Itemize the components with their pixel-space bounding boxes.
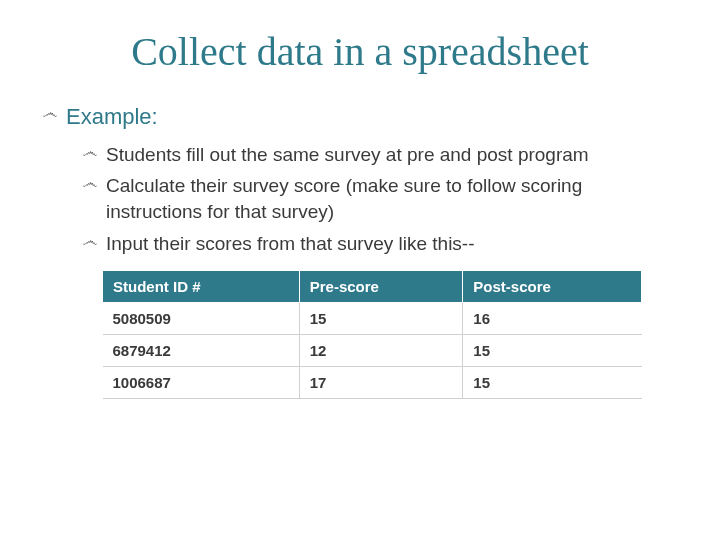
table-row: 6879412 12 15 — [103, 335, 642, 367]
table-header: Student ID # — [103, 271, 300, 303]
data-table: Student ID # Pre-score Post-score 508050… — [102, 270, 642, 399]
bullet-text: Calculate their survey score (make sure … — [106, 173, 680, 224]
table-cell: 17 — [299, 367, 463, 399]
table-header: Post-score — [463, 271, 642, 303]
slide-title: Collect data in a spreadsheet — [40, 28, 680, 75]
table-header-row: Student ID # Pre-score Post-score — [103, 271, 642, 303]
table-cell: 5080509 — [103, 303, 300, 335]
bullet-level2: ෴ Students fill out the same survey at p… — [40, 142, 680, 168]
table-header: Pre-score — [299, 271, 463, 303]
bullet-icon: ෴ — [42, 103, 62, 122]
bullet-text: Students fill out the same survey at pre… — [106, 142, 589, 168]
bullet-level1: ෴ Example: — [40, 103, 680, 132]
bullet-level2: ෴ Input their scores from that survey li… — [40, 231, 680, 257]
table-cell: 15 — [463, 335, 642, 367]
table-row: 5080509 15 16 — [103, 303, 642, 335]
slide: Collect data in a spreadsheet ෴ Example:… — [0, 0, 720, 540]
table-cell: 6879412 — [103, 335, 300, 367]
table-cell: 15 — [463, 367, 642, 399]
bullet-icon: ෴ — [82, 173, 102, 192]
bullet-text: Input their scores from that survey like… — [106, 231, 475, 257]
data-table-wrap: Student ID # Pre-score Post-score 508050… — [102, 270, 642, 399]
table-cell: 1006687 — [103, 367, 300, 399]
table-row: 1006687 17 15 — [103, 367, 642, 399]
table-cell: 15 — [299, 303, 463, 335]
bullet-text: Example: — [66, 103, 158, 132]
bullet-icon: ෴ — [82, 142, 102, 161]
table-cell: 16 — [463, 303, 642, 335]
bullet-icon: ෴ — [82, 231, 102, 250]
bullet-level2: ෴ Calculate their survey score (make sur… — [40, 173, 680, 224]
table-cell: 12 — [299, 335, 463, 367]
